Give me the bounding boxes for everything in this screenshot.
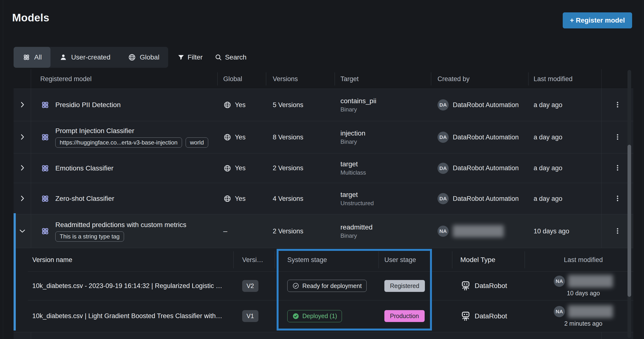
global-value: Yes [235,195,246,203]
chevron-down-icon [19,227,26,235]
registered-model-icon [40,194,50,203]
global-value: Yes [235,164,246,172]
header-global: Global [218,69,266,89]
kebab-icon [614,164,621,171]
versions-count: 2 Versions [273,227,303,235]
tab-user-created-label: User-created [71,54,110,61]
version-badge: V1 [242,310,258,322]
table-row-partial [14,332,633,339]
version-name: 10k_diabetes.csv - 2023-09-19 16:14:32 |… [14,271,234,300]
globe-icon [223,133,232,141]
right-edge-divider [643,0,643,339]
registered-model-icon [40,163,50,173]
tab-all[interactable]: All [14,47,50,68]
header-expander-spacer [14,69,31,89]
tab-global[interactable]: Global [119,47,168,68]
target-type: Binary [340,232,357,239]
register-model-button[interactable]: + Register model [563,13,632,29]
chevron-right-icon [19,133,26,141]
redacted-modifier-name [568,275,613,287]
expand-row-button[interactable] [17,193,28,204]
user-stage-badge: Production [384,310,425,322]
header-created-by: Created by [431,69,528,89]
tag-chip[interactable]: https://huggingface.co...erta-v3-base-in… [55,137,182,148]
target-type: Multiclass [340,169,366,176]
version-row[interactable]: 10k_diabetes.csv - 2023-09-19 16:14:32 |… [14,271,633,300]
last-modified-value: a day ago [534,195,562,203]
global-value: Yes [235,134,246,141]
globe-icon [128,53,136,62]
version-row[interactable]: 10k_diabetes.csv | Light Gradient Booste… [14,300,633,332]
kebab-icon [614,227,621,235]
tag-list: https://huggingface.co...erta-v3-base-in… [55,137,208,148]
row-actions-menu-button[interactable] [612,162,624,175]
registered-model-icon [40,226,50,236]
model-name: Readmitted predictions with custom metri… [55,221,186,229]
chevron-right-icon [19,164,26,171]
table-row[interactable]: Presidio PII Detection Yes 5 Versions co… [14,89,633,121]
subheader-version-name: Version name [14,248,234,271]
version-badge: V2 [242,280,258,292]
globe-icon [223,194,232,203]
robot-icon [460,311,471,321]
row-actions-menu-button[interactable] [612,192,624,205]
tag-chip[interactable]: world [186,137,208,148]
versions-count: 4 Versions [273,195,303,203]
target-name: target [340,160,358,168]
search-button[interactable]: Search [215,54,246,61]
person-icon [59,53,68,62]
versions-count: 2 Versions [273,164,303,172]
last-modified-value: a day ago [534,101,562,109]
global-value: Yes [235,101,246,109]
registered-model-icon [40,100,50,110]
expand-row-button[interactable] [17,163,28,174]
model-name: Zero-shot Classifier [55,195,114,203]
tab-user-created[interactable]: User-created [50,47,119,68]
global-value: – [223,227,227,235]
last-modified-value: 10 days ago [534,227,569,235]
expand-row-button[interactable] [17,132,28,143]
row-actions-menu-button[interactable] [612,99,624,112]
avatar: DA [438,132,449,143]
table-row[interactable]: Prompt Injection Classifier https://hugg… [14,121,633,153]
kebab-icon [614,195,621,202]
row-actions-menu-button[interactable] [612,225,624,238]
header-last-modified: Last modified [528,69,601,89]
avatar: DA [438,99,449,111]
modified-time: 10 days ago [567,290,600,297]
subheader-model-type: Model Type [452,248,524,271]
redacted-creator-name [453,225,504,237]
filter-label: Filter [188,54,202,61]
check-circle-filled-icon [292,312,300,320]
filter-button[interactable]: Filter [178,54,202,61]
version-name: 10k_diabetes.csv | Light Gradient Booste… [14,300,234,332]
table-row[interactable]: Zero-shot Classifier Yes 4 Versions targ… [14,183,633,214]
globe-icon [223,164,232,172]
table-header-row: Registered model Global Versions Target … [14,69,633,89]
tab-global-label: Global [140,54,160,61]
creator-name: DataRobot Automation [453,164,519,172]
versions-count: 5 Versions [273,101,303,109]
subheader-system-stage: System stage [275,248,378,271]
registered-model-icon [40,132,50,142]
expand-row-button[interactable] [17,100,28,111]
redacted-modifier-name [568,305,613,318]
model-type-value: DataRobot [475,282,507,290]
target-name: injection [340,129,366,137]
versions-count: 8 Versions [273,134,303,141]
scrollbar-thumb[interactable] [628,145,631,297]
table-row[interactable]: Emotions Classifier Yes 2 Versions targe… [14,153,633,183]
subheader-version: Versi… [234,248,275,271]
collapse-row-button[interactable] [17,226,28,237]
search-label: Search [225,54,246,61]
search-icon [215,54,222,61]
left-edge-divider [3,0,3,339]
tag-chip[interactable]: This is a string type tag [55,231,124,242]
funnel-icon [178,54,185,61]
last-modified-value: a day ago [534,134,562,141]
target-type: Binary [340,138,357,145]
models-registry-page: { "page": { "title": "Models", "register… [0,0,644,339]
row-actions-menu-button[interactable] [612,131,624,144]
system-stage-badge: Deployed (1) [287,310,342,322]
table-row-expanded[interactable]: Readmitted predictions with custom metri… [14,214,633,248]
